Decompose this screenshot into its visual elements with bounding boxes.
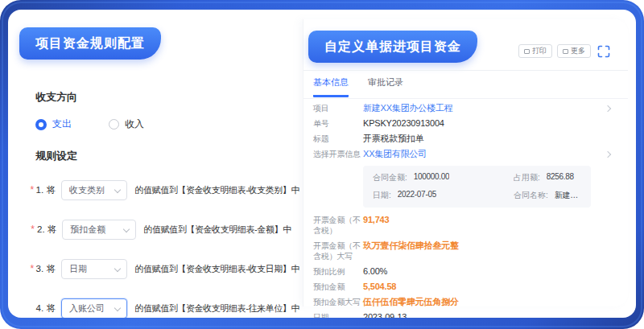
chevron-down-icon: [114, 304, 121, 310]
basic-info-content: 项目 新建XX集团办公楼工程 单号 KPSKY20230913004 标题 开票…: [313, 101, 621, 305]
radio-selected-icon: [35, 119, 47, 130]
tabs-divider: [303, 98, 628, 99]
print-icon: [524, 49, 530, 54]
detail-tabs: 基本信息 审批记录: [313, 76, 628, 97]
radio-expense-label: 支出: [52, 117, 72, 131]
required-mark: *: [29, 184, 35, 195]
invoice-amount-caps-value: 玖万壹仟柒佰肆拾叁元整: [363, 241, 459, 251]
field-label: 预扣金额: [313, 282, 363, 292]
contract-amount: 合同金额: 100000.00: [373, 172, 514, 183]
required-mark: *: [29, 224, 36, 235]
document-panel-title: 自定义单据进项目资金: [308, 31, 477, 63]
radio-expense[interactable]: 支出: [35, 117, 72, 131]
date-value: 2023-09-13: [363, 312, 407, 318]
rule-prefix: 3. 将: [36, 263, 56, 275]
print-button[interactable]: 打印: [518, 44, 552, 58]
rule-config-panel: 项目资金规则配置 收支方向 支出 收入 规则设定 *: [19, 19, 303, 306]
project-link[interactable]: 新建XX集团办公楼工程: [363, 103, 452, 113]
rule-4-field-select[interactable]: 入账公司: [61, 298, 127, 319]
withhold-amount-value: 5,504.58: [363, 282, 396, 292]
rule-1-field-select[interactable]: 收支类别: [61, 180, 127, 200]
chevron-right-icon[interactable]: [605, 150, 611, 157]
row-withhold-amount-caps: 预扣金额大写 伍仟伍佰零肆元伍角捌分: [313, 294, 621, 310]
chevron-right-icon[interactable]: [605, 105, 611, 111]
field-label: 项目: [313, 103, 363, 113]
tab-basic-info[interactable]: 基本信息: [313, 76, 349, 97]
field-label: 开票金额（不含税）: [313, 215, 363, 236]
field-label: 单号: [313, 118, 363, 129]
invoice-company-link[interactable]: XX集团有限公司: [363, 149, 427, 159]
contract-date: 日期: 2022-07-05: [373, 190, 514, 201]
field-label: 预扣比例: [313, 266, 363, 277]
fullscreen-expand-icon[interactable]: [597, 45, 610, 58]
rule-row-2: * 2. 将 预扣金额 的值赋值到【资金收支明细表-金额】中: [29, 219, 299, 240]
direction-section-label: 收支方向: [35, 90, 299, 105]
rule-config-content: 收支方向 支出 收入 规则设定 * 1. 将: [26, 82, 299, 318]
field-row-invoice-info[interactable]: 选择开票信息 XX集团有限公司: [313, 146, 621, 162]
withhold-ratio-value: 6.00%: [363, 266, 387, 277]
field-label: 标题: [313, 134, 363, 144]
row-withhold-amount: 预扣金额 5,504.58: [313, 279, 621, 294]
direction-radio-group: 支出 收入: [35, 117, 299, 131]
contract-name: 合同名称: 新建XX集团办公楼工程施工总承包合同: [514, 190, 581, 201]
rule-suffix: 的值赋值到【资金收支明细表-金额】中: [143, 224, 291, 236]
tab-approval-record[interactable]: 审批记录: [368, 76, 403, 97]
rule-suffix: 的值赋值到【资金收支明细表-往来单位】中: [134, 302, 299, 315]
field-label: 预扣金额大写: [313, 297, 363, 307]
field-label: 开票金额（不含税）大写: [313, 241, 363, 261]
inner-white-area: 项目资金规则配置 收支方向 支出 收入 规则设定 *: [8, 10, 636, 318]
screenshot-stage: 项目资金规则配置 收支方向 支出 收入 规则设定 *: [0, 0, 644, 329]
rule-suffix: 的值赋值到【资金收支明细表-收支日期】中: [134, 263, 299, 275]
rule-row-3: * 3. 将 日期 的值赋值到【资金收支明细表-收支日期】中: [29, 258, 299, 279]
field-label: 日期: [313, 312, 363, 318]
row-invoice-amount: 开票金额（不含税） 91,743: [313, 212, 621, 238]
chevron-down-icon: [123, 225, 130, 232]
chevron-down-icon: [114, 265, 121, 271]
rules-section-label: 规则设定: [35, 149, 299, 163]
contract-used-amount: 占用额: 8256.88: [514, 172, 581, 183]
field-row-project[interactable]: 项目 新建XX集团办公楼工程: [313, 101, 621, 116]
document-toolbar: 打印 更多: [518, 44, 610, 58]
invoice-amount-value: 91,743: [363, 215, 389, 225]
document-detail-panel: 自定义单据进项目资金 打印 更多: [303, 19, 628, 306]
withhold-amount-caps-value: 伍仟伍佰零肆元伍角捌分: [363, 297, 459, 307]
rule-prefix: 2. 将: [37, 224, 56, 236]
rule-prefix: 1. 将: [36, 184, 56, 196]
rule-row-4: 4. 将 入账公司 的值赋值到【资金收支明细表-往来单位】中: [29, 298, 299, 318]
row-date: 日期 2023-09-13: [313, 310, 621, 318]
rule-2-field-select[interactable]: 预扣金额: [62, 220, 136, 240]
more-button[interactable]: 更多: [557, 44, 591, 58]
field-row-title: 标题 开票税款预扣单: [313, 131, 621, 146]
radio-income[interactable]: 收入: [109, 117, 144, 131]
rule-prefix: 4. 将: [36, 302, 56, 315]
header-divider: [303, 70, 628, 71]
contract-summary-box: 合同金额: 100000.00 占用额: 8256.88 日期: 2022-07…: [363, 166, 591, 208]
rule-row-1: * 1. 将 收支类别 的值赋值到【资金收支明细表-收支类别】中: [29, 179, 299, 200]
chevron-down-icon: [114, 186, 121, 192]
required-mark: *: [29, 263, 35, 274]
field-label: 选择开票信息: [313, 149, 363, 159]
more-icon: [563, 49, 568, 54]
row-invoice-amount-caps: 开票金额（不含税）大写 玖万壹仟柒佰肆拾叁元整: [313, 238, 621, 264]
row-withhold-ratio: 预扣比例 6.00%: [313, 264, 621, 279]
radio-unselected-icon: [109, 119, 119, 130]
rule-suffix: 的值赋值到【资金收支明细表-收支类别】中: [134, 184, 299, 196]
rule-config-panel-title: 项目资金规则配置: [19, 27, 161, 60]
doc-number-value: KPSKY20230913004: [363, 118, 444, 129]
radio-income-label: 收入: [125, 117, 144, 131]
field-row-doc-number: 单号 KPSKY20230913004: [313, 116, 621, 131]
rule-3-field-select[interactable]: 日期: [61, 259, 127, 279]
doc-title-value: 开票税款预扣单: [363, 134, 424, 144]
